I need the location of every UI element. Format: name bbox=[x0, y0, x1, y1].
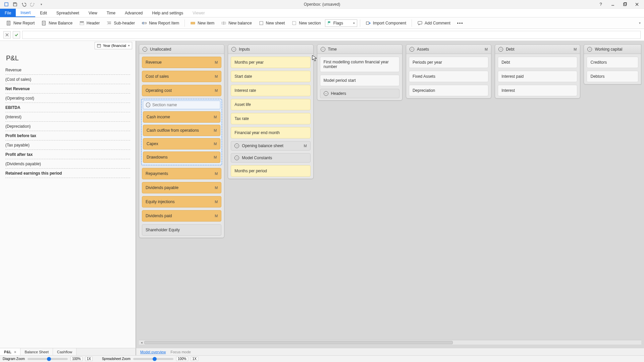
collapse-icon[interactable] bbox=[498, 47, 503, 52]
pl-row[interactable]: (Operating cost) bbox=[5, 94, 130, 103]
collapse-icon[interactable] bbox=[410, 47, 414, 52]
pl-row[interactable]: EBITDA bbox=[5, 103, 130, 112]
collapse-icon[interactable] bbox=[321, 47, 325, 52]
collapse-icon[interactable] bbox=[324, 91, 328, 96]
menu-file[interactable]: File bbox=[0, 9, 16, 17]
tab-pl[interactable]: P&L × bbox=[0, 348, 20, 355]
pl-row[interactable]: (Cost of sales) bbox=[5, 75, 130, 84]
pl-row[interactable]: Retained earnings this period bbox=[5, 169, 130, 178]
new-item-button[interactable]: New item bbox=[187, 19, 217, 27]
tab-balance-sheet[interactable]: Balance Sheet bbox=[20, 348, 53, 355]
card[interactable]: First modelling column financial year nu… bbox=[320, 57, 399, 72]
card[interactable]: Dividends payableM bbox=[142, 182, 221, 193]
new-report-item-button[interactable]: New Report Item bbox=[139, 19, 182, 27]
card[interactable]: Periods per year bbox=[409, 57, 488, 68]
view-focus-mode[interactable]: Focus mode bbox=[170, 350, 191, 354]
card[interactable]: Dividends paidM bbox=[142, 210, 221, 222]
column-header[interactable]: Working capital bbox=[584, 45, 641, 54]
pl-row[interactable]: Revenue bbox=[5, 65, 130, 75]
spreadsheet-zoom-reset[interactable]: 1X bbox=[191, 357, 198, 361]
card[interactable]: Interest paid bbox=[498, 71, 577, 82]
maximize-icon[interactable] bbox=[619, 1, 631, 8]
formula-accept-button[interactable] bbox=[13, 31, 20, 39]
card[interactable]: Cost of salesM bbox=[142, 71, 221, 82]
collapse-icon[interactable] bbox=[143, 47, 147, 52]
pl-row[interactable]: Profit before tax bbox=[5, 131, 130, 140]
pl-row[interactable]: Net Revenue bbox=[5, 84, 130, 94]
menu-insert[interactable]: Insert bbox=[16, 9, 35, 17]
collapse-icon[interactable] bbox=[231, 47, 236, 52]
pl-row[interactable]: (Dividends payable) bbox=[5, 159, 130, 169]
card[interactable]: Start date bbox=[231, 71, 310, 82]
diagram-zoom-slider[interactable] bbox=[28, 358, 68, 360]
card[interactable]: RepaymentsM bbox=[142, 168, 221, 179]
formula-cancel-button[interactable] bbox=[3, 31, 11, 39]
menu-view[interactable]: View bbox=[84, 9, 102, 17]
view-model-overview[interactable]: Model overview bbox=[140, 350, 166, 354]
card[interactable]: Equity injectionsM bbox=[142, 196, 221, 207]
card[interactable]: Cash outflow from operationsM bbox=[143, 125, 220, 136]
new-balance-button[interactable]: New balance bbox=[218, 19, 254, 27]
toolbar-expand-icon[interactable]: ▾ bbox=[639, 21, 641, 25]
menu-edit[interactable]: Edit bbox=[35, 9, 52, 17]
card[interactable]: Interest rate bbox=[231, 85, 310, 96]
diagram-zoom-reset[interactable]: 1X bbox=[85, 357, 93, 361]
new-report-button[interactable]: New Report bbox=[3, 19, 37, 27]
add-comment-button[interactable]: Add Comment bbox=[415, 19, 453, 27]
column-header[interactable]: Assets M bbox=[406, 45, 491, 54]
flags-dropdown[interactable]: Flags ▾ bbox=[325, 19, 357, 27]
card[interactable]: Creditors bbox=[587, 57, 638, 68]
pl-row[interactable]: (Depreciation) bbox=[5, 122, 130, 131]
collapse-icon[interactable] bbox=[234, 156, 239, 160]
year-selector[interactable]: Year (financial ▾ bbox=[95, 42, 132, 49]
card[interactable]: RevenueM bbox=[142, 57, 221, 68]
card[interactable]: Financial year end month bbox=[231, 127, 310, 138]
card[interactable]: CapexM bbox=[143, 138, 220, 149]
redo-icon[interactable] bbox=[30, 1, 36, 7]
card[interactable]: Depreciation bbox=[409, 85, 488, 96]
column-header[interactable]: Debt M bbox=[495, 45, 580, 54]
pl-row[interactable]: (Tax payable) bbox=[5, 140, 130, 150]
board-canvas[interactable]: Unallocated RevenueMCost of salesMOperat… bbox=[136, 41, 644, 348]
collapse-icon[interactable] bbox=[587, 47, 592, 52]
card[interactable]: DrawdownsM bbox=[143, 152, 220, 163]
sub-header-model-constants[interactable]: Model Constants bbox=[231, 153, 310, 163]
column-header[interactable]: Time bbox=[317, 45, 402, 54]
section-name-input-row[interactable] bbox=[143, 101, 220, 109]
pl-row[interactable]: Profit after tax bbox=[5, 150, 130, 159]
column-header[interactable]: Unallocated bbox=[139, 45, 224, 54]
collapse-icon[interactable] bbox=[146, 103, 150, 107]
new-balance-report-button[interactable]: New Balance bbox=[39, 19, 75, 27]
section-name-input[interactable] bbox=[152, 103, 217, 107]
card-months-per-period[interactable]: Months per period bbox=[231, 165, 310, 177]
menu-spreadsheet[interactable]: Spreadsheet bbox=[52, 9, 84, 17]
collapse-icon[interactable] bbox=[234, 143, 239, 148]
scroll-left-icon[interactable]: ◂ bbox=[140, 341, 144, 345]
card[interactable]: Model period start bbox=[320, 75, 399, 86]
new-section-button[interactable]: New section bbox=[289, 19, 323, 27]
column-header[interactable]: Inputs bbox=[228, 45, 313, 54]
card[interactable]: Fixed Assets bbox=[409, 71, 488, 82]
tab-cashflow[interactable]: Cashflow bbox=[53, 348, 76, 355]
card[interactable]: Asset life bbox=[231, 99, 310, 110]
new-section-block[interactable]: Cash incomeMCash outflow from operations… bbox=[141, 99, 222, 165]
save-icon[interactable] bbox=[12, 1, 18, 7]
import-component-button[interactable]: Import Component bbox=[363, 19, 409, 27]
spreadsheet-zoom-slider[interactable] bbox=[133, 358, 173, 360]
pl-row[interactable]: (Interest) bbox=[5, 112, 130, 122]
menu-advanced[interactable]: Advanced bbox=[120, 9, 147, 17]
card[interactable]: Debtors bbox=[587, 71, 638, 82]
sub-header-headers[interactable]: Headers bbox=[320, 89, 399, 98]
formula-input[interactable] bbox=[22, 31, 641, 39]
menu-help[interactable]: Help and settings bbox=[148, 9, 188, 17]
qat-dropdown-icon[interactable]: ▾ bbox=[38, 1, 44, 7]
header-button[interactable]: Header bbox=[76, 19, 102, 27]
card[interactable]: Tax rate bbox=[231, 113, 310, 124]
close-icon[interactable]: × bbox=[14, 350, 16, 354]
card-shareholder-equity[interactable]: Shareholder Equity bbox=[142, 224, 221, 236]
slider-knob[interactable] bbox=[47, 357, 51, 361]
card[interactable]: Months per year bbox=[231, 57, 310, 68]
card[interactable]: Cash incomeM bbox=[143, 111, 220, 123]
card[interactable]: Operating costM bbox=[142, 85, 221, 96]
minimize-icon[interactable] bbox=[607, 1, 619, 8]
